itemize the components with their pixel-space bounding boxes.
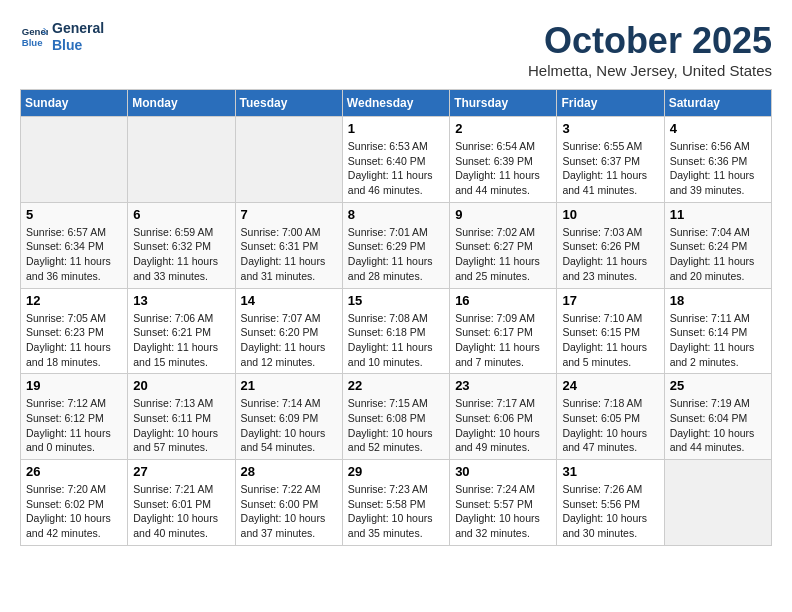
day-number: 3 (562, 121, 658, 136)
calendar-cell: 6Sunrise: 6:59 AM Sunset: 6:32 PM Daylig… (128, 202, 235, 288)
day-info: Sunrise: 7:03 AM Sunset: 6:26 PM Dayligh… (562, 225, 658, 284)
day-number: 2 (455, 121, 551, 136)
day-number: 27 (133, 464, 229, 479)
day-number: 11 (670, 207, 766, 222)
day-info: Sunrise: 7:02 AM Sunset: 6:27 PM Dayligh… (455, 225, 551, 284)
day-info: Sunrise: 6:55 AM Sunset: 6:37 PM Dayligh… (562, 139, 658, 198)
day-info: Sunrise: 7:24 AM Sunset: 5:57 PM Dayligh… (455, 482, 551, 541)
day-info: Sunrise: 6:54 AM Sunset: 6:39 PM Dayligh… (455, 139, 551, 198)
location: Helmetta, New Jersey, United States (528, 62, 772, 79)
calendar-cell (664, 460, 771, 546)
calendar-cell: 27Sunrise: 7:21 AM Sunset: 6:01 PM Dayli… (128, 460, 235, 546)
day-info: Sunrise: 7:22 AM Sunset: 6:00 PM Dayligh… (241, 482, 337, 541)
page-header: General Blue General Blue October 2025 H… (20, 20, 772, 79)
day-info: Sunrise: 7:17 AM Sunset: 6:06 PM Dayligh… (455, 396, 551, 455)
weekday-header-monday: Monday (128, 90, 235, 117)
day-info: Sunrise: 7:21 AM Sunset: 6:01 PM Dayligh… (133, 482, 229, 541)
calendar-cell: 16Sunrise: 7:09 AM Sunset: 6:17 PM Dayli… (450, 288, 557, 374)
day-info: Sunrise: 7:15 AM Sunset: 6:08 PM Dayligh… (348, 396, 444, 455)
calendar-cell: 3Sunrise: 6:55 AM Sunset: 6:37 PM Daylig… (557, 117, 664, 203)
calendar-cell: 22Sunrise: 7:15 AM Sunset: 6:08 PM Dayli… (342, 374, 449, 460)
day-info: Sunrise: 7:23 AM Sunset: 5:58 PM Dayligh… (348, 482, 444, 541)
day-info: Sunrise: 7:06 AM Sunset: 6:21 PM Dayligh… (133, 311, 229, 370)
calendar-cell (235, 117, 342, 203)
calendar-cell: 24Sunrise: 7:18 AM Sunset: 6:05 PM Dayli… (557, 374, 664, 460)
day-info: Sunrise: 7:09 AM Sunset: 6:17 PM Dayligh… (455, 311, 551, 370)
month-title: October 2025 (528, 20, 772, 62)
day-number: 12 (26, 293, 122, 308)
calendar-cell: 15Sunrise: 7:08 AM Sunset: 6:18 PM Dayli… (342, 288, 449, 374)
calendar-cell: 2Sunrise: 6:54 AM Sunset: 6:39 PM Daylig… (450, 117, 557, 203)
day-number: 15 (348, 293, 444, 308)
day-info: Sunrise: 6:59 AM Sunset: 6:32 PM Dayligh… (133, 225, 229, 284)
day-info: Sunrise: 7:05 AM Sunset: 6:23 PM Dayligh… (26, 311, 122, 370)
day-number: 25 (670, 378, 766, 393)
calendar-cell: 8Sunrise: 7:01 AM Sunset: 6:29 PM Daylig… (342, 202, 449, 288)
day-info: Sunrise: 7:04 AM Sunset: 6:24 PM Dayligh… (670, 225, 766, 284)
calendar-cell: 4Sunrise: 6:56 AM Sunset: 6:36 PM Daylig… (664, 117, 771, 203)
calendar-cell (21, 117, 128, 203)
calendar-cell: 11Sunrise: 7:04 AM Sunset: 6:24 PM Dayli… (664, 202, 771, 288)
day-number: 1 (348, 121, 444, 136)
weekday-header-wednesday: Wednesday (342, 90, 449, 117)
day-number: 7 (241, 207, 337, 222)
calendar-cell: 26Sunrise: 7:20 AM Sunset: 6:02 PM Dayli… (21, 460, 128, 546)
weekday-header-tuesday: Tuesday (235, 90, 342, 117)
day-info: Sunrise: 7:08 AM Sunset: 6:18 PM Dayligh… (348, 311, 444, 370)
calendar-cell: 21Sunrise: 7:14 AM Sunset: 6:09 PM Dayli… (235, 374, 342, 460)
logo-icon: General Blue (20, 23, 48, 51)
day-number: 4 (670, 121, 766, 136)
day-number: 19 (26, 378, 122, 393)
calendar-cell: 28Sunrise: 7:22 AM Sunset: 6:00 PM Dayli… (235, 460, 342, 546)
svg-text:Blue: Blue (22, 37, 43, 48)
calendar-cell: 29Sunrise: 7:23 AM Sunset: 5:58 PM Dayli… (342, 460, 449, 546)
calendar-cell: 31Sunrise: 7:26 AM Sunset: 5:56 PM Dayli… (557, 460, 664, 546)
day-number: 10 (562, 207, 658, 222)
calendar-table: SundayMondayTuesdayWednesdayThursdayFrid… (20, 89, 772, 546)
day-number: 9 (455, 207, 551, 222)
day-info: Sunrise: 7:00 AM Sunset: 6:31 PM Dayligh… (241, 225, 337, 284)
day-info: Sunrise: 7:20 AM Sunset: 6:02 PM Dayligh… (26, 482, 122, 541)
day-number: 18 (670, 293, 766, 308)
calendar-cell: 14Sunrise: 7:07 AM Sunset: 6:20 PM Dayli… (235, 288, 342, 374)
day-number: 5 (26, 207, 122, 222)
weekday-header-sunday: Sunday (21, 90, 128, 117)
day-number: 14 (241, 293, 337, 308)
day-info: Sunrise: 7:14 AM Sunset: 6:09 PM Dayligh… (241, 396, 337, 455)
day-number: 22 (348, 378, 444, 393)
calendar-cell (128, 117, 235, 203)
day-number: 16 (455, 293, 551, 308)
calendar-cell: 13Sunrise: 7:06 AM Sunset: 6:21 PM Dayli… (128, 288, 235, 374)
calendar-cell: 23Sunrise: 7:17 AM Sunset: 6:06 PM Dayli… (450, 374, 557, 460)
day-info: Sunrise: 7:10 AM Sunset: 6:15 PM Dayligh… (562, 311, 658, 370)
title-area: October 2025 Helmetta, New Jersey, Unite… (528, 20, 772, 79)
day-number: 20 (133, 378, 229, 393)
day-number: 30 (455, 464, 551, 479)
day-info: Sunrise: 6:57 AM Sunset: 6:34 PM Dayligh… (26, 225, 122, 284)
calendar-cell: 5Sunrise: 6:57 AM Sunset: 6:34 PM Daylig… (21, 202, 128, 288)
day-number: 23 (455, 378, 551, 393)
calendar-cell: 30Sunrise: 7:24 AM Sunset: 5:57 PM Dayli… (450, 460, 557, 546)
logo-text-general: General (52, 20, 104, 37)
day-info: Sunrise: 7:13 AM Sunset: 6:11 PM Dayligh… (133, 396, 229, 455)
day-info: Sunrise: 7:01 AM Sunset: 6:29 PM Dayligh… (348, 225, 444, 284)
day-number: 21 (241, 378, 337, 393)
day-number: 29 (348, 464, 444, 479)
weekday-header-thursday: Thursday (450, 90, 557, 117)
weekday-header-saturday: Saturday (664, 90, 771, 117)
logo-text-blue: Blue (52, 37, 104, 54)
day-info: Sunrise: 6:53 AM Sunset: 6:40 PM Dayligh… (348, 139, 444, 198)
weekday-header-friday: Friday (557, 90, 664, 117)
day-number: 28 (241, 464, 337, 479)
day-number: 24 (562, 378, 658, 393)
calendar-cell: 19Sunrise: 7:12 AM Sunset: 6:12 PM Dayli… (21, 374, 128, 460)
day-info: Sunrise: 7:07 AM Sunset: 6:20 PM Dayligh… (241, 311, 337, 370)
calendar-cell: 25Sunrise: 7:19 AM Sunset: 6:04 PM Dayli… (664, 374, 771, 460)
day-number: 17 (562, 293, 658, 308)
calendar-cell: 17Sunrise: 7:10 AM Sunset: 6:15 PM Dayli… (557, 288, 664, 374)
calendar-cell: 12Sunrise: 7:05 AM Sunset: 6:23 PM Dayli… (21, 288, 128, 374)
calendar-cell: 10Sunrise: 7:03 AM Sunset: 6:26 PM Dayli… (557, 202, 664, 288)
calendar-cell: 1Sunrise: 6:53 AM Sunset: 6:40 PM Daylig… (342, 117, 449, 203)
day-info: Sunrise: 6:56 AM Sunset: 6:36 PM Dayligh… (670, 139, 766, 198)
day-info: Sunrise: 7:11 AM Sunset: 6:14 PM Dayligh… (670, 311, 766, 370)
